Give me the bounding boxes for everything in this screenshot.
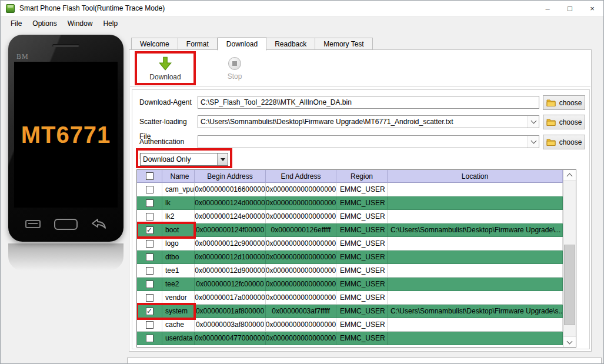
auth-file-dropdown-icon[interactable] [528, 136, 539, 148]
column-header-region[interactable]: Region [336, 170, 388, 183]
row-checkbox[interactable] [146, 253, 153, 261]
minimize-button[interactable]: – [536, 1, 559, 16]
cell-begin-address: 0x000000012fc00000 [195, 278, 266, 291]
column-header-name[interactable]: Name [162, 170, 195, 183]
chevron-up-icon [567, 173, 573, 179]
tab-welcome[interactable]: Welcome [131, 38, 178, 50]
row-checkbox-cell [137, 278, 162, 291]
download-button[interactable]: Download [137, 54, 193, 83]
cell-location[interactable] [388, 237, 563, 251]
stop-icon [228, 57, 241, 70]
row-checkbox-cell [137, 291, 162, 305]
table-row[interactable]: cam_vpu30x00000000166000000x000000000000… [137, 183, 563, 196]
cell-location[interactable] [388, 291, 563, 305]
stop-button[interactable]: Stop [216, 54, 253, 84]
auth-file-choose-button[interactable]: choose [543, 135, 585, 149]
row-checkbox[interactable] [146, 267, 153, 275]
cell-location[interactable] [388, 264, 563, 278]
cell-location[interactable] [388, 196, 563, 210]
download-agent-choose-button[interactable]: choose [543, 95, 585, 110]
table-row[interactable]: dtbo0x000000012d1000000x0000000000000000… [137, 251, 563, 264]
cell-end-address: 0x0000000000000000 [266, 196, 336, 210]
scroll-thumb[interactable] [564, 245, 575, 325]
table-row[interactable]: ✓system0x00000001af8000000x00000003af7ff… [137, 305, 563, 318]
row-checkbox[interactable] [146, 186, 153, 193]
column-header-location[interactable]: Location [388, 170, 563, 183]
phone-back-icon [91, 219, 106, 229]
table-row[interactable]: userdata0x00000004770000000x000000000000… [137, 332, 563, 345]
scroll-down-button[interactable] [563, 336, 576, 347]
table-row[interactable]: vendor0x000000017a0000000x00000000000000… [137, 291, 563, 305]
folder-icon [546, 138, 556, 146]
cell-end-address: 0x0000000000000000 [266, 332, 336, 345]
cell-begin-address: 0x0000000124e00000 [195, 210, 266, 223]
chevron-down-icon [567, 338, 573, 344]
cell-region: EMMC_USER [336, 196, 388, 210]
column-header-end-address[interactable]: End Address [266, 170, 336, 183]
close-button[interactable]: × [581, 1, 603, 16]
tab-strip: Welcome Format Download Readback Memory … [131, 37, 373, 50]
table-scrollbar[interactable] [563, 170, 576, 347]
phone-speaker [52, 44, 79, 47]
tab-readback[interactable]: Readback [266, 38, 315, 50]
tab-memory-test[interactable]: Memory Test [315, 38, 372, 50]
row-checkbox-cell [137, 237, 162, 251]
cell-location[interactable] [388, 318, 563, 332]
table-row[interactable]: cache0x00000003af8000000x000000000000000… [137, 318, 563, 332]
row-checkbox-cell [137, 251, 162, 264]
row-checkbox[interactable]: ✓ [146, 226, 153, 234]
menu-item-window[interactable]: Window [62, 16, 98, 30]
row-checkbox[interactable] [146, 294, 153, 302]
cell-region: EMMC_USER [336, 237, 388, 251]
row-checkbox[interactable]: ✓ [146, 308, 153, 315]
cell-name: lk2 [162, 210, 195, 223]
cell-end-address: 0x00000003af7fffff [266, 305, 336, 318]
window-title: Smart Phone Flash Tool(Runtime Trace Mod… [19, 4, 165, 12]
cell-name: boot [162, 223, 195, 237]
cell-location[interactable]: C:\Users\Somnambulist\Desktop\Firmware U… [388, 223, 563, 237]
cell-location[interactable] [388, 332, 563, 345]
table-row[interactable]: tee10x000000012d9000000x0000000000000000… [137, 264, 563, 278]
phone-brand-label: BM [16, 52, 29, 61]
row-checkbox[interactable] [146, 321, 153, 329]
menu-item-help[interactable]: Help [98, 16, 123, 30]
cell-name: tee1 [162, 264, 195, 278]
row-checkbox[interactable] [146, 213, 153, 221]
download-agent-input[interactable] [198, 96, 539, 109]
scatter-file-input[interactable] [198, 115, 539, 128]
table-row[interactable]: ✓boot0x0000000124f000000x0000000126effff… [137, 223, 563, 237]
tab-format[interactable]: Format [178, 38, 218, 50]
maximize-button[interactable]: □ [559, 1, 581, 16]
cell-location[interactable] [388, 251, 563, 264]
scatter-file-dropdown-icon[interactable] [528, 116, 539, 128]
row-checkbox[interactable] [146, 280, 153, 288]
table-row[interactable]: lk20x0000000124e000000x0000000000000000E… [137, 210, 563, 223]
header-checkbox[interactable] [146, 172, 153, 180]
table-row[interactable]: tee20x000000012fc000000x0000000000000000… [137, 278, 563, 291]
download-mode-select[interactable]: Download Only [140, 153, 228, 166]
cell-location[interactable] [388, 183, 563, 196]
cell-name: cam_vpu3 [162, 183, 195, 196]
row-checkbox-cell [137, 318, 162, 332]
chevron-down-icon[interactable] [217, 153, 228, 165]
auth-file-input[interactable] [198, 135, 539, 148]
toolbar-separator [130, 86, 590, 87]
partition-table-body: cam_vpu30x00000000166000000x000000000000… [137, 183, 563, 345]
phone-graphic: BM MT6771 [6, 35, 125, 293]
row-checkbox[interactable] [146, 240, 153, 248]
row-checkbox[interactable] [146, 199, 153, 207]
menu-item-file[interactable]: File [5, 16, 27, 30]
table-row[interactable]: lk0x0000000124d000000x0000000000000000EM… [137, 196, 563, 210]
cell-location[interactable] [388, 278, 563, 291]
cell-begin-address: 0x000000012c900000 [195, 237, 266, 251]
tab-download[interactable]: Download [218, 37, 266, 51]
scroll-up-button[interactable] [563, 170, 576, 181]
cell-location[interactable]: C:\Users\Somnambulist\Desktop\Firmware U… [388, 305, 563, 318]
scatter-file-choose-button[interactable]: choose [543, 115, 585, 129]
column-header-begin-address[interactable]: Begin Address [195, 170, 266, 183]
row-checkbox[interactable] [146, 335, 153, 342]
phone-screen: MT6771 [14, 62, 118, 208]
table-row[interactable]: logo0x000000012c9000000x0000000000000000… [137, 237, 563, 251]
menu-item-options[interactable]: Options [27, 16, 62, 30]
cell-location[interactable] [388, 210, 563, 223]
